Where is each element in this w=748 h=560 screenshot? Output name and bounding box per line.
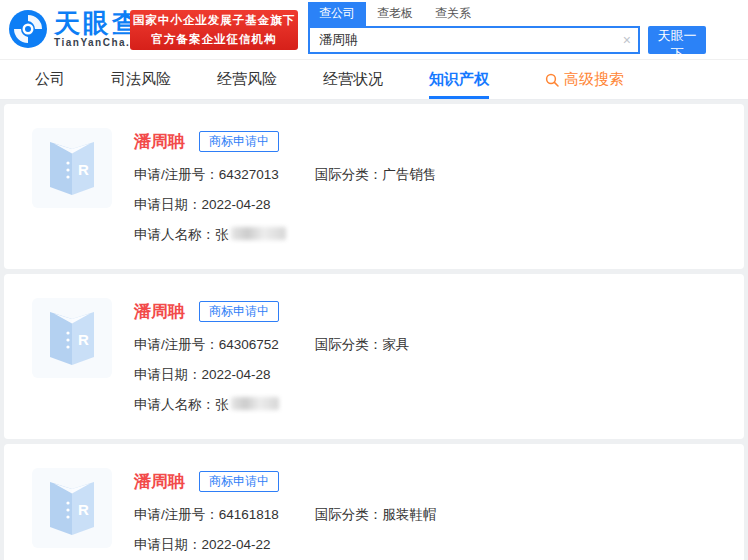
applicant-redacted <box>231 397 279 410</box>
status-badge: 商标申请中 <box>199 301 279 322</box>
trademark-name[interactable]: 潘周聃 <box>134 300 185 323</box>
applicant-value: 张 <box>215 227 229 242</box>
tianyancha-eye-icon <box>8 9 48 49</box>
apply-date-label: 申请日期： <box>134 367 202 382</box>
trademark-card: R 潘周聃 商标申请中 申请/注册号：64161818 国际分类：服装鞋帽 申请… <box>4 444 744 560</box>
svg-text:R: R <box>78 331 89 348</box>
advanced-search-link[interactable]: 高级搜索 <box>545 60 624 99</box>
svg-text:R: R <box>78 161 89 178</box>
applicant-label: 申请人名称： <box>134 397 215 412</box>
clear-input-icon[interactable]: × <box>623 32 631 48</box>
header: 天眼查 TianYanCha.com 国家中小企业发展子基金旗下 官方备案企业征… <box>0 0 748 60</box>
reg-no-label: 申请/注册号： <box>134 337 219 352</box>
status-badge: 商标申请中 <box>199 471 279 492</box>
trademark-thumbnail[interactable]: R <box>32 128 112 208</box>
apply-date-label: 申请日期： <box>134 197 202 212</box>
tab-operation-risk[interactable]: 经营风险 <box>217 60 277 99</box>
search-tab-boss[interactable]: 查老板 <box>366 2 424 26</box>
search-icon <box>545 73 559 87</box>
trademark-thumbnail[interactable]: R <box>32 468 112 548</box>
applicant-label: 申请人名称： <box>134 227 215 242</box>
trademark-card: R 潘周聃 商标申请中 申请/注册号：64306752 国际分类：家具 申请日期… <box>4 274 744 439</box>
advanced-search-label: 高级搜索 <box>564 70 624 89</box>
intl-class-label: 国际分类： <box>315 167 383 182</box>
svg-text:R: R <box>78 501 89 518</box>
trademark-book-icon: R <box>44 479 100 537</box>
intl-class-label: 国际分类： <box>315 337 383 352</box>
tab-judicial-risk[interactable]: 司法风险 <box>111 60 171 99</box>
reg-no-label: 申请/注册号： <box>134 167 219 182</box>
gov-badge-line2: 官方备案企业征信机构 <box>130 30 298 49</box>
search-tab-relation[interactable]: 查关系 <box>424 2 482 26</box>
intl-class-value: 家具 <box>382 337 409 352</box>
apply-date-label: 申请日期： <box>134 537 202 552</box>
results-list: R 潘周聃 商标申请中 申请/注册号：64327013 国际分类：广告销售 申请… <box>0 100 748 560</box>
apply-date-value: 2022-04-28 <box>202 367 271 382</box>
reg-no-label: 申请/注册号： <box>134 507 219 522</box>
status-badge: 商标申请中 <box>199 131 279 152</box>
search-tab-company[interactable]: 查公司 <box>308 2 366 26</box>
gov-certification-badge: 国家中小企业发展子基金旗下 官方备案企业征信机构 <box>130 10 298 50</box>
trademark-card: R 潘周聃 商标申请中 申请/注册号：64327013 国际分类：广告销售 申请… <box>4 104 744 269</box>
apply-date-value: 2022-04-28 <box>202 197 271 212</box>
reg-no-value: 64161818 <box>219 507 279 522</box>
search-module: 查公司 查老板 查关系 × 天眼一下 <box>308 2 708 54</box>
search-button[interactable]: 天眼一下 <box>648 26 706 54</box>
tab-intellectual-property[interactable]: 知识产权 <box>429 60 489 99</box>
search-input[interactable] <box>310 28 638 52</box>
intl-class-label: 国际分类： <box>315 507 383 522</box>
search-tabs: 查公司 查老板 查关系 <box>308 2 708 26</box>
trademark-thumbnail[interactable]: R <box>32 298 112 378</box>
section-nav: 公司 司法风险 经营风险 经营状况 知识产权 高级搜索 <box>0 60 748 100</box>
reg-no-value: 64306752 <box>219 337 279 352</box>
applicant-redacted <box>231 227 286 240</box>
reg-no-value: 64327013 <box>219 167 279 182</box>
tab-company[interactable]: 公司 <box>35 60 65 99</box>
trademark-name[interactable]: 潘周聃 <box>134 130 185 153</box>
gov-badge-line1: 国家中小企业发展子基金旗下 <box>130 11 298 30</box>
intl-class-value: 服装鞋帽 <box>382 507 436 522</box>
trademark-book-icon: R <box>44 139 100 197</box>
tab-operation-status[interactable]: 经营状况 <box>323 60 383 99</box>
apply-date-value: 2022-04-22 <box>202 537 271 552</box>
applicant-value: 张 <box>215 397 229 412</box>
intl-class-value: 广告销售 <box>382 167 436 182</box>
trademark-name[interactable]: 潘周聃 <box>134 470 185 493</box>
trademark-book-icon: R <box>44 309 100 367</box>
